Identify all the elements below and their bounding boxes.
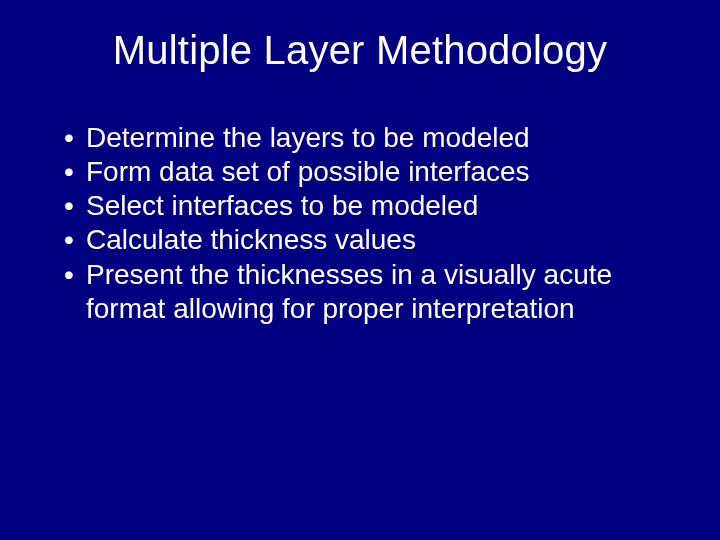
bullet-icon: • <box>62 121 86 155</box>
list-item: • Select interfaces to be modeled <box>62 189 672 223</box>
bullet-icon: • <box>62 189 86 223</box>
bullet-list: • Determine the layers to be modeled • F… <box>48 121 672 326</box>
bullet-text: Calculate thickness values <box>86 223 672 257</box>
bullet-text: Present the thicknesses in a visually ac… <box>86 258 672 326</box>
bullet-text: Determine the layers to be modeled <box>86 121 672 155</box>
bullet-text: Select interfaces to be modeled <box>86 189 672 223</box>
slide-title: Multiple Layer Methodology <box>48 28 672 73</box>
list-item: • Determine the layers to be modeled <box>62 121 672 155</box>
slide: Multiple Layer Methodology • Determine t… <box>0 0 720 540</box>
list-item: • Calculate thickness values <box>62 223 672 257</box>
list-item: • Form data set of possible interfaces <box>62 155 672 189</box>
bullet-icon: • <box>62 155 86 189</box>
list-item: • Present the thicknesses in a visually … <box>62 258 672 326</box>
bullet-icon: • <box>62 258 86 292</box>
bullet-icon: • <box>62 223 86 257</box>
bullet-text: Form data set of possible interfaces <box>86 155 672 189</box>
